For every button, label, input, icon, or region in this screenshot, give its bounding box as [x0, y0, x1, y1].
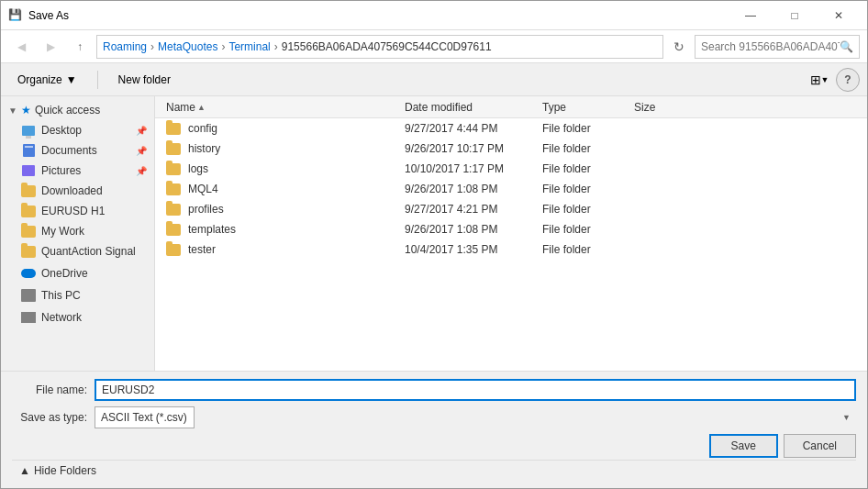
bottom-section: File name: Save as type: ASCII Text (*.c… [1, 371, 867, 488]
sidebar-item-label-onedrive: OneDrive [41, 267, 88, 280]
file-name: config [188, 122, 217, 135]
file-name: MQL4 [188, 183, 218, 195]
breadcrumb-current: 915566BA06ADA407569C544CC0D97611 [282, 40, 492, 53]
file-date: 9/27/2017 4:44 PM [401, 122, 539, 135]
table-row[interactable]: profiles 9/27/2017 4:21 PM File folder [155, 199, 867, 219]
sidebar-item-label-mywork: My Work [41, 225, 84, 238]
search-box[interactable]: 🔍 [695, 35, 860, 59]
new-folder-button[interactable]: New folder [109, 68, 180, 92]
quantaction-icon [21, 244, 36, 259]
breadcrumb-terminal[interactable]: Terminal [228, 40, 270, 53]
header-size[interactable]: Size [630, 101, 704, 114]
table-row[interactable]: history 9/26/2017 10:17 PM File folder [155, 139, 867, 159]
hide-folders-arrow: ▲ [19, 464, 30, 477]
sidebar-item-quantaction[interactable]: QuantAction Signal [1, 241, 154, 261]
organize-label: Organize [17, 73, 62, 86]
pin-icon-pictures: 📌 [136, 166, 147, 176]
cancel-button[interactable]: Cancel [784, 434, 856, 458]
table-row[interactable]: templates 9/26/2017 1:08 PM File folder [155, 219, 867, 239]
sidebar-item-network[interactable]: Network [1, 307, 154, 328]
table-row[interactable]: MQL4 9/26/2017 1:08 PM File folder [155, 179, 867, 199]
header-name[interactable]: Name ▲ [162, 101, 401, 114]
file-date: 9/26/2017 1:08 PM [401, 223, 539, 236]
sidebar-item-thispc[interactable]: This PC [1, 285, 154, 306]
address-bar: ◀ ▶ ↑ Roaming › MetaQuotes › Terminal › … [1, 30, 867, 63]
organize-button[interactable]: Organize ▼ [8, 68, 86, 92]
sidebar-item-label-documents: Documents [41, 144, 97, 157]
breadcrumb-metaquotes[interactable]: MetaQuotes [158, 40, 217, 53]
sidebar-item-pictures[interactable]: Pictures 📌 [1, 161, 154, 181]
table-row[interactable]: logs 10/10/2017 1:17 PM File folder [155, 159, 867, 179]
quick-access-star: ★ [21, 104, 31, 117]
hide-folders-label: Hide Folders [34, 464, 96, 477]
file-type: File folder [539, 243, 630, 256]
toolbar-right: ⊞ ▼ ? [807, 68, 860, 92]
save-as-type-label: Save as type: [12, 411, 95, 424]
save-button[interactable]: Save [709, 434, 778, 458]
help-button[interactable]: ? [836, 68, 860, 92]
file-name-row: File name: [12, 379, 856, 401]
quick-access-label: Quick access [35, 104, 100, 117]
view-button[interactable]: ⊞ ▼ [807, 68, 832, 92]
file-date: 9/26/2017 1:08 PM [401, 183, 539, 195]
search-icon: 🔍 [840, 40, 853, 53]
file-type: File folder [539, 162, 630, 175]
sidebar-item-eurusd[interactable]: EURUSD H1 [1, 201, 154, 221]
folder-icon [166, 123, 181, 135]
folder-icon [166, 204, 181, 216]
thispc-icon [21, 288, 36, 303]
toolbar: Organize ▼ New folder ⊞ ▼ ? [1, 63, 867, 96]
file-rows-container: config 9/27/2017 4:44 PM File folder his… [155, 118, 867, 260]
breadcrumb-bar[interactable]: Roaming › MetaQuotes › Terminal › 915566… [96, 35, 663, 59]
search-input[interactable] [701, 40, 840, 53]
close-button[interactable]: ✕ [818, 3, 860, 28]
quick-access-arrow: ▼ [8, 106, 17, 116]
save-as-type-select[interactable]: ASCII Text (*.csv) [95, 406, 195, 428]
desktop-icon [21, 123, 36, 138]
save-as-type-wrapper: ASCII Text (*.csv) [95, 406, 856, 428]
file-date: 10/4/2017 1:35 PM [401, 243, 539, 256]
file-name-label: File name: [12, 383, 95, 396]
sidebar-item-documents[interactable]: Documents 📌 [1, 140, 154, 161]
network-icon [21, 310, 36, 325]
file-date: 10/10/2017 1:17 PM [401, 162, 539, 175]
up-button[interactable]: ↑ [67, 34, 93, 60]
save-as-type-row: Save as type: ASCII Text (*.csv) [12, 406, 856, 428]
refresh-button[interactable]: ↻ [667, 35, 691, 59]
pictures-icon [21, 163, 36, 178]
quick-access-header[interactable]: ▼ ★ Quick access [1, 100, 154, 120]
file-name-input[interactable] [95, 379, 856, 401]
sidebar-item-onedrive[interactable]: OneDrive [1, 263, 154, 283]
sidebar-item-label-desktop: Desktop [41, 124, 82, 137]
maximize-button[interactable]: □ [773, 3, 816, 28]
table-row[interactable]: tester 10/4/2017 1:35 PM File folder [155, 239, 867, 260]
pin-icon-documents: 📌 [136, 146, 147, 156]
header-type[interactable]: Type [539, 101, 630, 114]
onedrive-section: OneDrive [1, 263, 154, 283]
forward-button[interactable]: ▶ [38, 34, 63, 60]
header-date[interactable]: Date modified [401, 101, 539, 114]
window-controls: — □ ✕ [729, 3, 860, 28]
sidebar-item-mywork[interactable]: My Work [1, 221, 154, 241]
minimize-button[interactable]: — [729, 3, 772, 28]
file-type: File folder [539, 203, 630, 216]
file-date: 9/27/2017 4:21 PM [401, 203, 539, 216]
window-title: Save As [28, 9, 729, 22]
file-name: templates [188, 223, 236, 236]
file-name: logs [188, 162, 208, 175]
new-folder-label: New folder [118, 73, 171, 86]
save-as-dialog: 💾 Save As — □ ✕ ◀ ▶ ↑ Roaming › MetaQuot… [0, 0, 868, 489]
sidebar-item-desktop[interactable]: Desktop 📌 [1, 120, 154, 140]
file-name: history [188, 142, 220, 155]
onedrive-icon [21, 266, 36, 281]
file-type: File folder [539, 122, 630, 135]
buttons-row: Save Cancel [12, 434, 856, 458]
back-button[interactable]: ◀ [8, 34, 34, 60]
hide-folders-button[interactable]: ▲ Hide Folders [12, 460, 856, 481]
breadcrumb-roaming[interactable]: Roaming [103, 40, 147, 53]
sidebar-item-label-quantaction: QuantAction Signal [41, 245, 136, 258]
sidebar: ▼ ★ Quick access Desktop 📌 Documents 📌 P… [1, 96, 155, 371]
table-row[interactable]: config 9/27/2017 4:44 PM File folder [155, 118, 867, 139]
folder-icon [166, 183, 181, 195]
sidebar-item-downloaded[interactable]: Downloaded [1, 181, 154, 201]
